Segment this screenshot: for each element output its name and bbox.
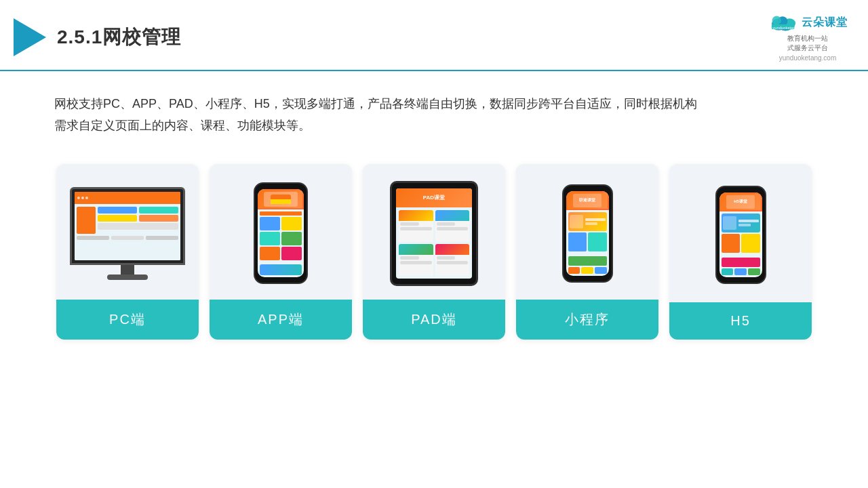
pad-tablet-icon: PAD课堂: [390, 181, 478, 286]
card-pc: PC端: [56, 164, 199, 340]
brand-url: yunduoketang.com: [779, 54, 837, 62]
card-pad-image: PAD课堂: [363, 164, 505, 300]
header-right: yunduoketang 云朵课堂 教育机构一站 式服务云平台 yunduoke…: [768, 12, 848, 62]
h5-phone-icon: H5课堂: [715, 186, 766, 284]
card-miniprogram-label: 小程序: [516, 300, 658, 340]
page-title: 2.5.1网校管理: [57, 24, 181, 50]
card-app: APP端: [210, 164, 352, 340]
card-pad-label: PAD端: [363, 300, 505, 340]
brand-name: 云朵课堂: [802, 16, 848, 30]
card-app-image: [210, 164, 352, 300]
header: 2.5.1网校管理 yunduoketang 云朵课堂 教育机构一站 式服务云平…: [0, 0, 868, 71]
card-app-label: APP端: [210, 300, 352, 340]
card-pc-label: PC端: [56, 300, 199, 340]
card-h5-image: H5课堂: [669, 164, 812, 302]
brand-tagline: 教育机构一站 式服务云平台: [787, 34, 828, 53]
platform-cards-container: PC端: [0, 150, 868, 360]
description-text: 网校支持PC、APP、PAD、小程序、H5，实现多端打通，产品各终端自由切换，数…: [0, 71, 868, 150]
card-miniprogram-image: 职途课堂: [516, 164, 658, 300]
logo-triangle-icon: [14, 18, 46, 56]
header-left: 2.5.1网校管理: [14, 18, 181, 56]
brand-logo: yunduoketang 云朵课堂: [768, 12, 848, 33]
cloud-icon: yunduoketang: [768, 12, 797, 33]
app-phone-icon: [254, 182, 308, 284]
miniprogram-phone-icon: 职途课堂: [562, 184, 613, 283]
pc-monitor-icon: [70, 187, 185, 280]
card-miniprogram: 职途课堂: [516, 164, 658, 340]
card-h5: H5课堂: [669, 164, 812, 340]
card-h5-label: H5: [669, 302, 812, 340]
card-pad: PAD课堂: [363, 164, 505, 340]
svg-point-4: [772, 16, 781, 24]
svg-text:yunduoketang: yunduoketang: [772, 26, 797, 30]
card-pc-image: [56, 164, 199, 300]
